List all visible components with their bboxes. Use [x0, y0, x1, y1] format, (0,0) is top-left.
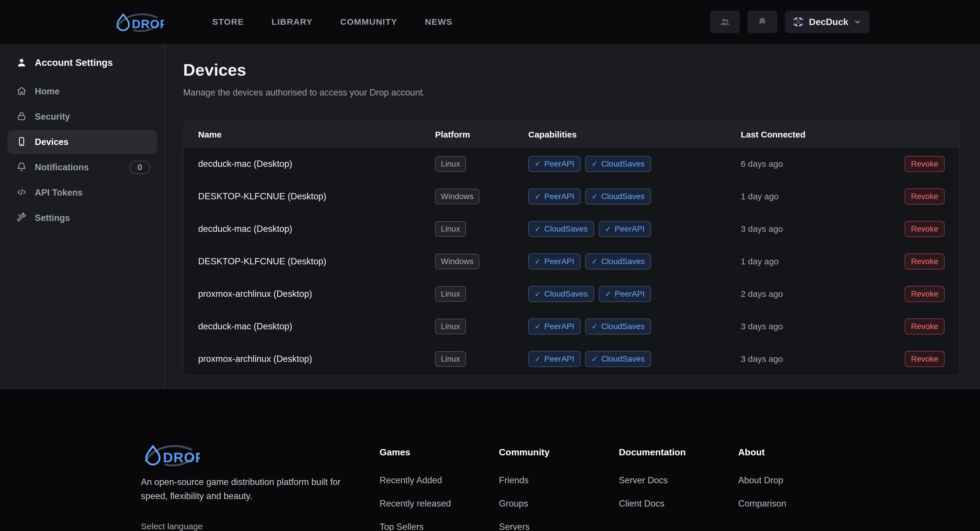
account-settings-header: Account Settings	[8, 54, 157, 71]
drop-logo-text: DROP	[132, 17, 164, 31]
drop-logo-icon: DROP	[113, 9, 164, 35]
notifications-bell-icon	[757, 17, 767, 27]
table-row: proxmox-archlinux (Desktop) Linux ✓Cloud…	[184, 277, 959, 310]
footer-column-games: Games Recently AddedRecently releasedTop…	[380, 446, 495, 531]
column-header-capabilities: Capabilities	[528, 130, 741, 140]
footer-link-comparison[interactable]: Comparison	[738, 498, 853, 509]
footer-brand-block: DROP An open-source game distribution pl…	[141, 441, 342, 531]
column-header-name: Name	[198, 130, 435, 140]
account-settings-label: Account Settings	[35, 57, 113, 68]
platform-chip: Linux	[435, 156, 466, 172]
last-connected: 2 days ago	[741, 289, 885, 299]
column-header-platform: Platform	[435, 130, 528, 140]
page-title: Devices	[183, 61, 962, 80]
chevron-down-icon	[853, 18, 862, 26]
nav-link-library[interactable]: LIBRARY	[272, 17, 313, 27]
footer-column-title: Documentation	[619, 446, 734, 458]
footer-column-title: Games	[380, 446, 495, 458]
check-icon: ✓	[535, 290, 541, 298]
sidebar-item-api-tokens[interactable]: API Tokens	[8, 181, 157, 205]
footer-link-top-sellers[interactable]: Top Sellers	[380, 521, 495, 531]
sidebar-item-home[interactable]: Home	[8, 80, 157, 104]
notifications-button[interactable]	[748, 11, 777, 33]
capability-label: PeerAPI	[544, 159, 574, 169]
home-icon	[16, 86, 27, 97]
capability-label: PeerAPI	[544, 354, 574, 364]
device-name: proxmox-archlinux (Desktop)	[198, 354, 435, 364]
check-icon: ✓	[592, 159, 598, 168]
content-shell: Account Settings Home Security Devices N…	[0, 44, 980, 389]
table-row: proxmox-archlinux (Desktop) Linux ✓PeerA…	[184, 343, 959, 375]
footer-link-client-docs[interactable]: Client Docs	[619, 498, 734, 509]
sidebar-item-devices[interactable]: Devices	[8, 130, 157, 154]
sidebar-item-security[interactable]: Security	[8, 105, 157, 129]
device-name: decduck-mac (Desktop)	[198, 159, 435, 169]
check-icon: ✓	[535, 159, 541, 168]
nav-link-store[interactable]: STORE	[212, 17, 244, 27]
revoke-button[interactable]: Revoke	[905, 286, 945, 302]
footer-link-recently-added[interactable]: Recently Added	[380, 475, 495, 486]
capabilities-cell: ✓PeerAPI✓CloudSaves	[528, 156, 741, 172]
platform-chip: Linux	[435, 286, 466, 302]
footer-link-about-drop[interactable]: About Drop	[738, 475, 853, 486]
revoke-button[interactable]: Revoke	[905, 254, 945, 269]
footer-column-about: About About DropComparison	[738, 446, 853, 521]
friends-button[interactable]	[710, 11, 740, 33]
capability-label: CloudSaves	[601, 159, 645, 169]
footer-column-community: Community FriendsGroupsServers	[499, 446, 614, 531]
account-person-icon	[16, 57, 27, 68]
capability-label: CloudSaves	[601, 354, 645, 364]
page-subtitle: Manage the devices authorised to access …	[183, 87, 962, 98]
platform-chip: Linux	[435, 221, 466, 237]
revoke-button[interactable]: Revoke	[905, 156, 945, 172]
drop-logo[interactable]: DROP	[113, 9, 164, 35]
footer-link-recently-released[interactable]: Recently released	[380, 498, 495, 509]
capability-badge-peerapi: ✓PeerAPI	[528, 156, 581, 172]
avatar	[793, 16, 804, 27]
footer-drop-logo[interactable]: DROP	[141, 441, 342, 469]
table-row: decduck-mac (Desktop) Linux ✓PeerAPI✓Clo…	[184, 148, 959, 180]
sidebar-nav-list: Home Security Devices Notifications 0 AP…	[8, 80, 157, 230]
check-icon: ✓	[535, 225, 541, 234]
nav-link-news[interactable]: NEWS	[425, 17, 453, 27]
check-icon: ✓	[535, 257, 541, 266]
capabilities-cell: ✓PeerAPI✓CloudSaves	[528, 351, 741, 367]
last-connected: 6 days ago	[741, 159, 885, 169]
capability-badge-peerapi: ✓PeerAPI	[528, 351, 581, 367]
nav-link-community[interactable]: COMMUNITY	[340, 17, 397, 27]
check-icon: ✓	[592, 322, 598, 331]
capability-label: PeerAPI	[615, 289, 645, 298]
sidebar-item-notifications[interactable]: Notifications 0	[8, 155, 157, 180]
capability-label: CloudSaves	[544, 289, 588, 298]
footer-column-title: Community	[499, 446, 614, 458]
check-icon: ✓	[605, 225, 611, 234]
capability-badge-cloudsaves: ✓CloudSaves	[528, 286, 594, 302]
lock-icon	[16, 111, 27, 123]
footer-link-server-docs[interactable]: Server Docs	[619, 475, 734, 486]
last-connected: 3 days ago	[741, 322, 885, 332]
revoke-button[interactable]: Revoke	[905, 351, 945, 367]
device-name: decduck-mac (Desktop)	[198, 321, 435, 332]
revoke-button[interactable]: Revoke	[905, 319, 945, 335]
footer-link-groups[interactable]: Groups	[499, 498, 614, 509]
platform-chip: Linux	[435, 351, 466, 367]
platform-chip: Linux	[435, 319, 466, 334]
footer-link-servers[interactable]: Servers	[499, 521, 614, 531]
user-menu-button[interactable]: DecDuck	[785, 11, 870, 33]
check-icon: ✓	[535, 355, 541, 364]
capabilities-cell: ✓PeerAPI✓CloudSaves	[528, 319, 741, 335]
capability-label: PeerAPI	[615, 224, 645, 234]
sidebar-item-settings[interactable]: Settings	[8, 206, 157, 230]
footer-drop-logo-text: DROP	[163, 450, 200, 465]
capability-label: PeerAPI	[544, 257, 574, 266]
revoke-button[interactable]: Revoke	[905, 188, 945, 204]
select-language[interactable]: Select language	[141, 521, 203, 531]
capability-badge-peerapi: ✓PeerAPI	[528, 319, 581, 335]
capability-badge-peerapi: ✓PeerAPI	[528, 254, 581, 269]
capability-label: CloudSaves	[601, 257, 645, 266]
capability-label: PeerAPI	[544, 322, 574, 331]
revoke-button[interactable]: Revoke	[905, 221, 945, 237]
footer-link-friends[interactable]: Friends	[499, 475, 614, 486]
site-footer: DROP An open-source game distribution pl…	[0, 389, 980, 531]
capability-badge-cloudsaves: ✓CloudSaves	[585, 156, 651, 172]
